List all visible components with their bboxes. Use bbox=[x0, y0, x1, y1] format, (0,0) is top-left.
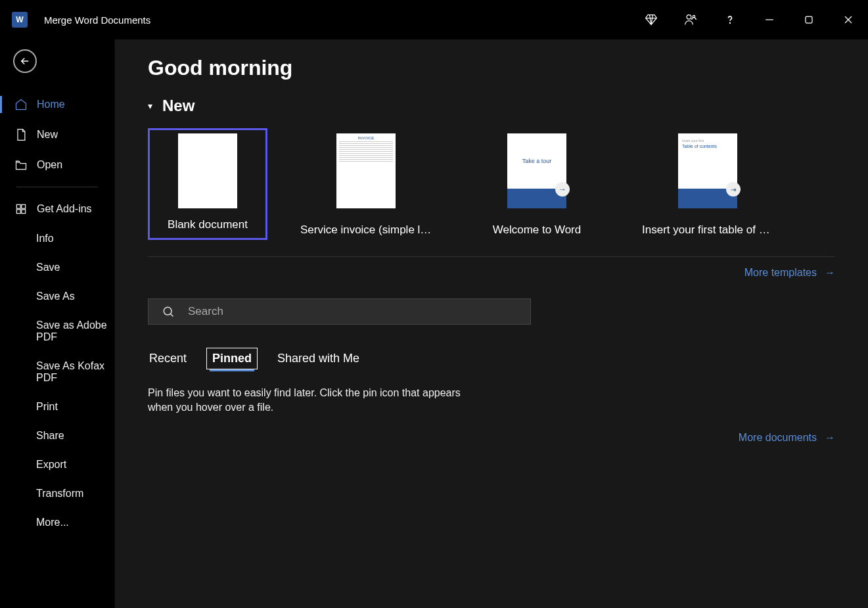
svg-rect-9 bbox=[16, 210, 20, 214]
sidebar-item-save-adobe-pdf[interactable]: Save as Adobe PDF bbox=[0, 311, 114, 352]
greeting-heading: Good morning bbox=[148, 56, 835, 80]
welcome-thumb: Take a tour → bbox=[507, 133, 566, 208]
document-title: Merge Word Documents bbox=[44, 14, 500, 26]
sidebar-item-share[interactable]: Share bbox=[0, 421, 114, 450]
sidebar-item-home[interactable]: Home bbox=[0, 89, 114, 120]
sidebar-item-transform[interactable]: Transform bbox=[0, 479, 114, 508]
help-icon[interactable] bbox=[710, 0, 750, 39]
svg-rect-10 bbox=[22, 210, 26, 214]
sidebar-item-get-addins[interactable]: Get Add-ins bbox=[0, 194, 114, 224]
search-icon bbox=[162, 305, 175, 318]
blank-page-thumb bbox=[178, 133, 237, 208]
sidebar-divider bbox=[16, 187, 98, 187]
sidebar-item-open[interactable]: Open bbox=[0, 150, 114, 180]
sidebar-item-label: Home bbox=[37, 99, 65, 110]
tab-recent[interactable]: Recent bbox=[148, 348, 188, 369]
arrow-icon: ⇥ bbox=[726, 182, 741, 197]
invoice-thumb: INVOICE bbox=[336, 133, 396, 208]
sidebar-item-label: New bbox=[37, 129, 58, 141]
template-label: Insert your first table of con… bbox=[642, 223, 773, 237]
document-tabs: Recent Pinned Shared with Me bbox=[148, 348, 835, 369]
arrow-right-icon: → bbox=[555, 182, 570, 197]
file-icon bbox=[14, 128, 28, 141]
chevron-down-icon: ▾ bbox=[148, 101, 152, 111]
sidebar-item-save-as[interactable]: Save As bbox=[0, 282, 114, 311]
sidebar-item-label: Open bbox=[37, 159, 62, 171]
grid-icon bbox=[14, 202, 28, 216]
account-area bbox=[500, 8, 625, 32]
pinned-empty-message: Pin files you want to easily find later.… bbox=[148, 386, 470, 415]
template-table-of-contents[interactable]: Insert your firstTable of contents ⇥ Ins… bbox=[635, 128, 780, 240]
home-icon bbox=[14, 98, 28, 111]
svg-rect-4 bbox=[806, 16, 812, 23]
sidebar-item-new[interactable]: New bbox=[0, 120, 114, 150]
arrow-right-icon: → bbox=[825, 432, 835, 444]
template-label: Welcome to Word bbox=[493, 223, 581, 237]
sidebar-item-more[interactable]: More... bbox=[0, 508, 114, 537]
template-label: Blank document bbox=[168, 218, 248, 231]
folder-icon bbox=[14, 158, 28, 172]
word-app-icon: W bbox=[12, 12, 28, 28]
arrow-right-icon: → bbox=[825, 267, 835, 279]
sidebar-item-print[interactable]: Print bbox=[0, 392, 114, 421]
tab-pinned[interactable]: Pinned bbox=[206, 348, 258, 369]
sidebar-item-export[interactable]: Export bbox=[0, 450, 114, 479]
new-section-toggle[interactable]: ▾ New bbox=[148, 97, 835, 115]
back-button[interactable] bbox=[13, 49, 37, 73]
template-welcome-to-word[interactable]: Take a tour → Welcome to Word bbox=[465, 128, 609, 240]
search-input[interactable] bbox=[188, 305, 517, 318]
svg-rect-8 bbox=[22, 204, 26, 208]
search-box[interactable] bbox=[148, 298, 531, 325]
content-area: Good morning ▾ New Blank document INVOIC… bbox=[115, 39, 868, 608]
sidebar-item-save[interactable]: Save bbox=[0, 253, 114, 282]
sidebar-item-save-kofax-pdf[interactable]: Save As Kofax PDF bbox=[0, 352, 114, 392]
sidebar-item-label: Get Add-ins bbox=[37, 203, 92, 215]
sidebar-item-info[interactable]: Info bbox=[0, 224, 114, 253]
section-title: New bbox=[162, 97, 194, 115]
template-blank-document[interactable]: Blank document bbox=[148, 128, 267, 240]
close-button[interactable] bbox=[829, 0, 868, 39]
svg-rect-7 bbox=[16, 204, 20, 208]
svg-point-0 bbox=[687, 15, 691, 20]
toc-thumb: Insert your firstTable of contents ⇥ bbox=[678, 133, 737, 208]
titlebar: W Merge Word Documents bbox=[0, 0, 868, 39]
maximize-button[interactable] bbox=[789, 0, 829, 39]
templates-row: Blank document INVOICE Service invoice (… bbox=[148, 128, 835, 257]
account-icon[interactable] bbox=[671, 0, 710, 39]
tab-shared-with-me[interactable]: Shared with Me bbox=[276, 348, 361, 369]
premium-icon[interactable] bbox=[631, 0, 671, 39]
template-label: Service invoice (simple line… bbox=[300, 223, 432, 237]
more-documents-link[interactable]: More documents → bbox=[148, 432, 835, 444]
sidebar: Home New Open Get Add-ins Info Save Save… bbox=[0, 39, 115, 608]
svg-line-12 bbox=[170, 314, 173, 316]
more-templates-link[interactable]: More templates → bbox=[148, 267, 835, 279]
svg-point-2 bbox=[730, 23, 731, 24]
svg-point-11 bbox=[164, 307, 171, 315]
minimize-button[interactable] bbox=[750, 0, 789, 39]
template-service-invoice[interactable]: INVOICE Service invoice (simple line… bbox=[294, 128, 438, 240]
